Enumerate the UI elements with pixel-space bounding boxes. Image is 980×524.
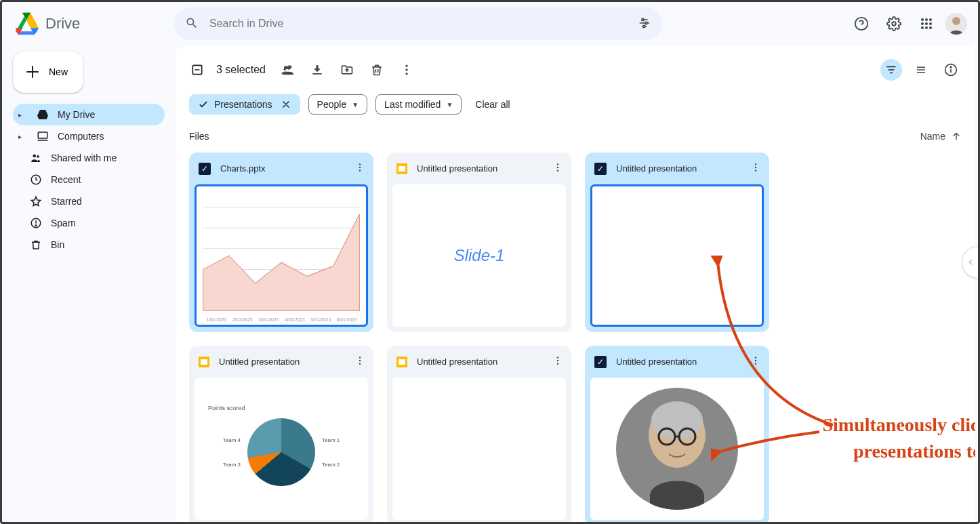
file-name: Charts.pptx (220, 163, 340, 174)
file-card[interactable]: ✓Untitled presentation (585, 153, 769, 332)
file-thumbnail[interactable]: Points scoredTeam 4Team 3Team 1Team 2 (195, 378, 368, 520)
svg-point-64 (755, 360, 756, 361)
svg-point-8 (921, 22, 924, 25)
file-name: Untitled presentation (417, 357, 537, 367)
sidebar-item-label: Shared with me (51, 153, 117, 163)
search-bar[interactable] (174, 7, 662, 40)
sidebar-item-mydrive[interactable]: ▸My Drive (13, 104, 165, 125)
new-button[interactable]: New (13, 51, 83, 93)
svg-point-29 (405, 73, 407, 75)
svg-point-65 (755, 363, 756, 364)
settings-icon[interactable] (880, 10, 907, 37)
file-name: Untitled presentation (219, 357, 340, 367)
clear-filters-button[interactable]: Clear all (475, 99, 510, 110)
download-icon[interactable] (309, 63, 325, 77)
svg-point-63 (755, 357, 756, 358)
move-icon[interactable] (339, 63, 355, 77)
file-card[interactable]: ✓Untitled presentation (585, 346, 769, 522)
share-icon[interactable] (279, 63, 295, 77)
sidebar-item-recent[interactable]: Recent (13, 169, 165, 190)
file-thumbnail[interactable]: Slide-1 (392, 184, 566, 327)
svg-point-11 (921, 26, 924, 29)
file-card[interactable]: ✓Charts.pptx1/01/20232/01/20233/01/20234… (189, 153, 373, 332)
sidebar-item-spam[interactable]: Spam (13, 212, 165, 234)
more-options-icon[interactable] (547, 159, 569, 178)
close-icon[interactable] (281, 99, 291, 110)
svg-point-54 (755, 163, 756, 165)
sort-label: Name (920, 131, 945, 142)
expand-arrow-icon[interactable]: ▸ (18, 133, 26, 140)
arrow-up-icon (951, 131, 962, 142)
logo-area[interactable]: Drive (13, 10, 169, 37)
filter-view-icon[interactable] (880, 59, 902, 81)
file-thumbnail[interactable] (590, 378, 764, 520)
account-avatar[interactable] (945, 13, 967, 35)
shared-icon (29, 152, 43, 164)
more-options-icon[interactable] (547, 352, 569, 371)
help-icon[interactable] (848, 10, 875, 37)
details-icon[interactable] (940, 59, 962, 81)
checkbox-checked-icon[interactable]: ✓ (594, 356, 607, 368)
svg-point-0 (642, 18, 644, 20)
slides-file-icon (396, 357, 407, 367)
list-view-icon[interactable] (910, 59, 932, 81)
sidebar-item-computers[interactable]: ▸Computers (13, 125, 165, 147)
people-filter-label: People (317, 99, 347, 110)
sidebar-item-label: Bin (51, 239, 64, 250)
svg-point-38 (359, 169, 361, 171)
file-thumbnail[interactable] (590, 184, 764, 327)
expand-arrow-icon[interactable]: ▸ (18, 111, 26, 119)
svg-point-26 (284, 66, 287, 69)
file-thumbnail[interactable]: 1/01/20232/01/20233/01/20234/01/20235/01… (195, 184, 368, 327)
svg-point-57 (359, 357, 361, 358)
svg-point-18 (33, 155, 37, 158)
delete-icon[interactable] (369, 63, 385, 77)
svg-point-6 (925, 18, 928, 21)
more-options-icon[interactable] (399, 63, 415, 77)
sidebar-item-label: My Drive (58, 109, 95, 120)
apps-icon[interactable] (913, 10, 940, 37)
checkbox-checked-icon[interactable]: ✓ (199, 163, 211, 175)
svg-point-53 (557, 169, 558, 171)
more-options-icon[interactable] (349, 352, 371, 371)
svg-text:4/01/2023: 4/01/2023 (285, 317, 305, 322)
chevron-down-icon: ▼ (352, 101, 359, 108)
svg-point-35 (950, 66, 952, 68)
recent-icon (29, 174, 43, 186)
new-button-label: New (49, 66, 68, 77)
svg-point-4 (892, 22, 896, 26)
sidebar-item-starred[interactable]: Starred (13, 190, 165, 212)
modified-filter-chip[interactable]: Last modified ▼ (375, 94, 462, 115)
search-input[interactable] (209, 18, 627, 30)
svg-point-2 (643, 25, 645, 27)
sidebar-item-label: Computers (58, 131, 104, 142)
more-options-icon[interactable] (745, 159, 767, 178)
file-name: Untitled presentation (417, 163, 537, 174)
svg-point-19 (37, 155, 39, 158)
file-card[interactable]: Untitled presentationPoints scoredTeam 4… (189, 346, 373, 522)
search-options-icon[interactable] (638, 16, 651, 32)
people-filter-chip[interactable]: People ▼ (308, 94, 368, 115)
more-options-icon[interactable] (349, 159, 371, 178)
sort-control[interactable]: Name (920, 131, 962, 142)
file-thumbnail[interactable] (392, 378, 566, 520)
more-options-icon[interactable] (745, 352, 767, 371)
sidebar-item-bin[interactable]: Bin (13, 234, 165, 256)
type-filter-chip[interactable]: Presentations (189, 94, 300, 115)
check-icon (198, 99, 209, 110)
chevron-down-icon: ▼ (446, 101, 453, 108)
file-name: Untitled presentation (616, 357, 735, 367)
plus-icon (24, 64, 41, 80)
svg-point-58 (359, 360, 361, 361)
svg-rect-16 (38, 132, 47, 138)
svg-point-23 (35, 225, 37, 226)
selection-count: 3 selected (216, 64, 266, 76)
selection-toggle-icon[interactable] (189, 63, 205, 77)
checkbox-checked-icon[interactable]: ✓ (594, 163, 607, 175)
file-card[interactable]: Untitled presentationSlide-1 (387, 153, 571, 332)
svg-point-62 (557, 363, 558, 364)
sidebar-item-shared[interactable]: Shared with me (13, 147, 165, 169)
file-card[interactable]: Untitled presentation (387, 346, 571, 522)
svg-text:5/01/2023: 5/01/2023 (310, 317, 331, 322)
spam-icon (29, 217, 43, 229)
